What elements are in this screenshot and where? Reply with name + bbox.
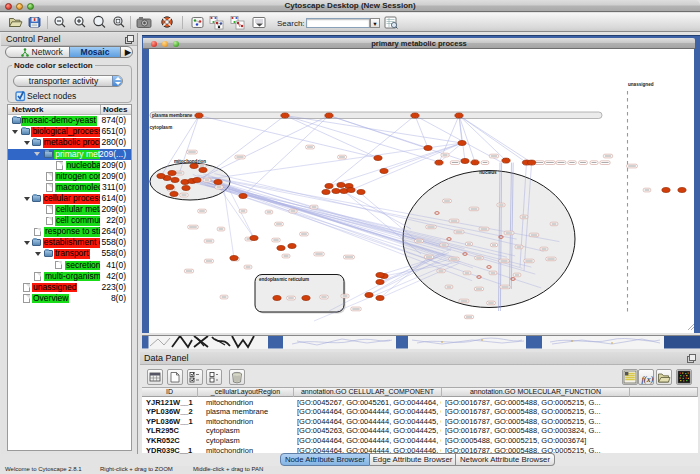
svg-text:mitochondrion: mitochondrion [174, 159, 206, 164]
svg-text:endoplasmic reticulum: endoplasmic reticulum [259, 277, 309, 282]
svg-text:unassigned: unassigned [628, 82, 654, 87]
svg-text:plasma membrane: plasma membrane [152, 113, 193, 118]
svg-text:cytoplasm: cytoplasm [150, 125, 173, 130]
svg-text:f(x): f(x) [642, 374, 654, 384]
svg-text:nucleus: nucleus [479, 170, 497, 175]
